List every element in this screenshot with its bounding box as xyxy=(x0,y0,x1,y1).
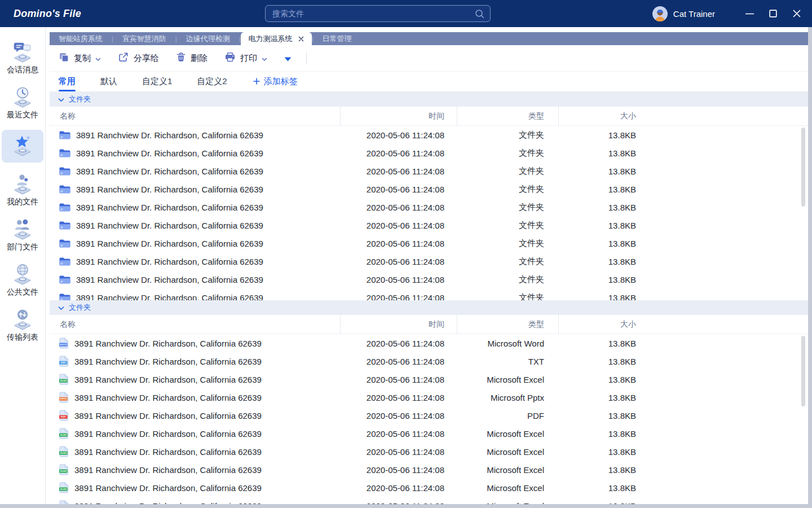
file-row[interactable]: XLSX3891 Ranchview Dr. Richardson, Calif… xyxy=(50,370,808,388)
tab-item[interactable]: 日常管理 xyxy=(313,32,360,45)
delete-label: 删除 xyxy=(191,53,208,64)
tag-tab[interactable]: 常用 xyxy=(59,72,76,91)
sidebar-item-public-files[interactable]: 公共文件 xyxy=(2,257,43,303)
tab-item[interactable]: 智能站房系统 xyxy=(50,32,112,45)
file-row[interactable]: 3891 Ranchview Dr. Richardson, Californi… xyxy=(50,144,808,162)
titlebar: Domino's File Cat Trainer xyxy=(0,0,812,27)
file-name: 3891 Ranchview Dr. Richardson, Californi… xyxy=(50,203,340,212)
file-row[interactable]: 3891 Ranchview Dr. Richardson, Californi… xyxy=(50,126,808,144)
scrollbar-thumb[interactable] xyxy=(801,336,805,406)
sidebar-item-transfer-list[interactable]: 传输列表 xyxy=(2,303,43,348)
file-row[interactable]: 3891 Ranchview Dr. Richardson, Californi… xyxy=(50,216,808,234)
file-row[interactable]: XLSX3891 Ranchview Dr. Richardson, Calif… xyxy=(50,497,808,504)
user-area: Cat Trainer xyxy=(652,6,715,21)
add-tag-button[interactable]: 添加标签 xyxy=(253,76,298,87)
file-name-text: 3891 Ranchview Dr. Richardson, Californi… xyxy=(74,429,262,439)
maximize-button[interactable] xyxy=(761,3,785,24)
file-type: 文件夹 xyxy=(457,184,558,195)
chevron-down-icon[interactable] xyxy=(58,304,64,312)
copy-label: 复制 xyxy=(74,53,91,64)
file-row[interactable]: XLSX3891 Ranchview Dr. Richardson, Calif… xyxy=(50,443,808,461)
tag-bar: 常用默认自定义1自定义2 添加标签 xyxy=(50,72,808,92)
tag-tab[interactable]: 自定义1 xyxy=(142,72,172,91)
file-row[interactable]: 3891 Ranchview Dr. Richardson, Californi… xyxy=(50,198,808,216)
file-row[interactable]: XLSX3891 Ranchview Dr. Richardson, Calif… xyxy=(50,461,808,479)
copy-button[interactable]: 复制 xyxy=(59,52,101,64)
file-row[interactable]: 3891 Ranchview Dr. Richardson, Californi… xyxy=(50,180,808,198)
file-row[interactable]: 3891 Ranchview Dr. Richardson, Californi… xyxy=(50,288,808,300)
file-row[interactable]: 3891 Ranchview Dr. Richardson, Californi… xyxy=(50,252,808,270)
toolbar: 复制 分享给 删除 打印 xyxy=(50,45,808,72)
folder-icon xyxy=(59,275,70,284)
avatar[interactable] xyxy=(652,6,668,21)
folder-icon xyxy=(59,130,70,139)
tab-item[interactable]: 宜宾智慧消防 xyxy=(113,32,175,45)
file-time: 2020-05-06 11:24:08 xyxy=(340,257,457,266)
tab-active[interactable]: 电力测温系统 xyxy=(241,32,312,45)
file-size: 13.8KB xyxy=(558,447,654,457)
sidebar-item-my-files[interactable]: 我的文件 xyxy=(2,167,43,212)
delete-button[interactable]: 删除 xyxy=(176,52,208,64)
file-row[interactable]: 3891 Ranchview Dr. Richardson, Californi… xyxy=(50,234,808,252)
file-type: 文件夹 xyxy=(457,130,558,141)
file-row[interactable]: PDF3891 Ranchview Dr. Richardson, Califo… xyxy=(50,406,808,424)
chevron-down-icon[interactable] xyxy=(58,95,64,104)
file-row[interactable]: XLSX3891 Ranchview Dr. Richardson, Calif… xyxy=(50,424,808,443)
column-header-name: 名称 xyxy=(50,107,340,125)
sidebar-item-department-files[interactable]: 部门文件 xyxy=(2,212,43,257)
print-button[interactable]: 打印 xyxy=(224,52,267,64)
file-name: XLSX3891 Ranchview Dr. Richardson, Calif… xyxy=(50,500,340,504)
file-time: 2020-05-06 11:24:08 xyxy=(340,167,457,176)
tag-tab[interactable]: 自定义2 xyxy=(197,72,227,91)
file-row[interactable]: DOCX3891 Ranchview Dr. Richardson, Calif… xyxy=(50,334,808,352)
file-time: 2020-05-06 11:24:08 xyxy=(340,203,457,212)
file-size: 13.8KB xyxy=(558,375,654,384)
file-type: Microsoft Excel xyxy=(457,447,558,457)
xlsx-file-icon: XLSX xyxy=(59,374,69,385)
file-name-text: 3891 Ranchview Dr. Richardson, Californi… xyxy=(76,257,263,266)
file-type: Microsoft Excel xyxy=(457,375,558,384)
share-button[interactable]: 分享给 xyxy=(118,52,159,64)
minimize-button[interactable] xyxy=(738,3,761,24)
search-box[interactable] xyxy=(265,5,491,22)
tab-label: 电力测温系统 xyxy=(249,34,293,44)
tab-close-icon[interactable] xyxy=(298,36,304,42)
more-actions-dropdown[interactable] xyxy=(284,54,292,63)
file-type: Microsoft Excel xyxy=(457,501,558,505)
user-name: Cat Trainer xyxy=(673,9,715,19)
file-type: 文件夹 xyxy=(457,202,558,213)
file-name-text: 3891 Ranchview Dr. Richardson, Californi… xyxy=(76,275,263,284)
svg-text:DOCX: DOCX xyxy=(60,343,67,346)
close-button[interactable] xyxy=(785,3,809,24)
scrollbar-thumb[interactable] xyxy=(801,128,805,207)
file-row[interactable]: 3891 Ranchview Dr. Richardson, Californi… xyxy=(50,270,808,288)
file-list: DOCX3891 Ranchview Dr. Richardson, Calif… xyxy=(50,334,808,504)
file-size: 13.8KB xyxy=(558,293,654,301)
xlsx-file-icon: XLSX xyxy=(59,500,69,504)
file-time: 2020-05-06 11:24:08 xyxy=(340,393,457,402)
folder-icon xyxy=(59,148,70,157)
search-input[interactable] xyxy=(266,9,475,18)
tag-tab[interactable]: 默认 xyxy=(100,72,117,91)
section-header[interactable]: 文件夹 xyxy=(50,300,808,315)
file-size: 13.8KB xyxy=(558,148,654,158)
file-type: 文件夹 xyxy=(457,220,558,231)
tab-label: 宜宾智慧消防 xyxy=(122,34,166,44)
section-header[interactable]: 文件夹 xyxy=(50,92,808,107)
file-row[interactable]: PPTX3891 Ranchview Dr. Richardson, Calif… xyxy=(50,388,808,406)
search-icon[interactable] xyxy=(475,9,484,19)
file-name-text: 3891 Ranchview Dr. Richardson, Californi… xyxy=(76,203,263,212)
file-row[interactable]: TXT3891 Ranchview Dr. Richardson, Califo… xyxy=(50,352,808,370)
file-name: 3891 Ranchview Dr. Richardson, Californi… xyxy=(50,293,340,301)
sidebar-item-favorites-star[interactable] xyxy=(2,130,43,163)
file-name-text: 3891 Ranchview Dr. Richardson, Californi… xyxy=(76,148,263,158)
file-row[interactable]: 3891 Ranchview Dr. Richardson, Californi… xyxy=(50,162,808,180)
favorites-star-icon xyxy=(10,134,36,158)
file-time: 2020-05-06 11:24:08 xyxy=(340,429,457,439)
file-row[interactable]: XLSX3891 Ranchview Dr. Richardson, Calif… xyxy=(50,479,808,497)
file-time: 2020-05-06 11:24:08 xyxy=(340,357,457,366)
file-name-text: 3891 Ranchview Dr. Richardson, Californi… xyxy=(76,167,263,176)
sidebar-item-recent-files[interactable]: 最近文件 xyxy=(2,80,43,125)
tab-item[interactable]: 边缘代理检测 xyxy=(177,32,239,45)
sidebar-item-chat-messages[interactable]: 会话消息 xyxy=(2,35,43,80)
